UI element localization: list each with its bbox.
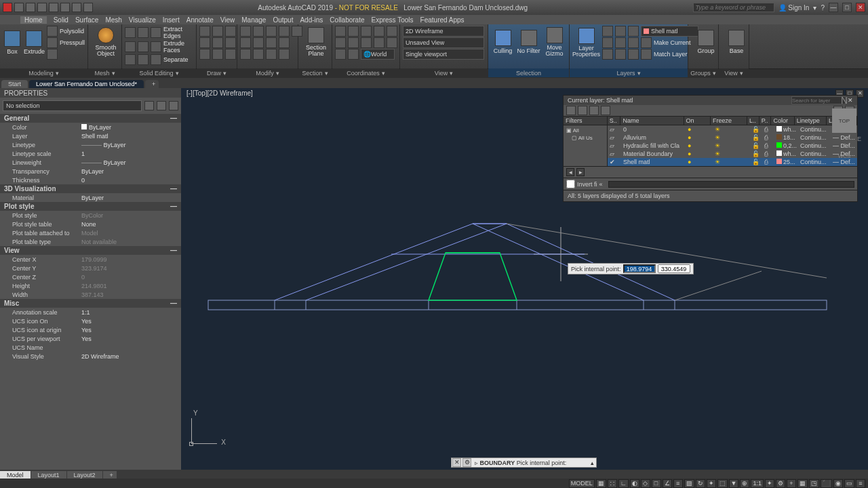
- layer-properties-button[interactable]: Layer Properties: [572, 26, 600, 59]
- dyn-ucs-icon[interactable]: ⬚: [717, 479, 728, 488]
- command-line[interactable]: ✕ ⚙ ▹ BOUNDARY Pick internal point: ▴: [451, 458, 597, 468]
- osnap-icon[interactable]: □: [652, 479, 661, 488]
- qat-save-icon[interactable]: [37, 3, 47, 12]
- snap-icon[interactable]: ⸬: [608, 479, 617, 488]
- polysolid-button[interactable]: Polysolid: [60, 28, 84, 35]
- hatch-icon[interactable]: [199, 49, 210, 60]
- set-current-icon[interactable]: [601, 106, 610, 115]
- exchange-icon[interactable]: ▾: [813, 4, 816, 12]
- i2-icon[interactable]: [138, 41, 149, 52]
- tab-surface[interactable]: Surface: [75, 16, 98, 24]
- select-objects-icon[interactable]: [169, 101, 178, 110]
- m3-icon[interactable]: [279, 37, 290, 48]
- l2-icon[interactable]: [615, 26, 626, 37]
- layout1-tab[interactable]: Layout1: [31, 471, 66, 479]
- quick-select-icon[interactable]: [144, 101, 154, 110]
- i4-icon[interactable]: [138, 54, 149, 65]
- match-layer-button[interactable]: Match Layer: [654, 51, 688, 58]
- cmdline-close-icon[interactable]: ✕: [452, 458, 461, 467]
- polysolid-icon[interactable]: [47, 26, 58, 37]
- world-select[interactable]: 🌐 World: [361, 49, 395, 60]
- new-layer-icon[interactable]: [566, 106, 576, 115]
- ortho-icon[interactable]: ∟: [618, 479, 629, 488]
- start-tab[interactable]: Start: [1, 80, 28, 88]
- c10-icon[interactable]: [387, 37, 397, 48]
- trim-icon[interactable]: [266, 26, 277, 37]
- i3-icon[interactable]: [125, 54, 136, 65]
- move-icon[interactable]: [240, 26, 251, 37]
- 3dosnap-icon[interactable]: ✦: [707, 479, 716, 488]
- c8-icon[interactable]: [361, 37, 372, 48]
- pick-add-icon[interactable]: [157, 101, 166, 110]
- tab-solid[interactable]: Solid: [54, 16, 68, 24]
- layout2-tab[interactable]: Layout2: [67, 471, 102, 479]
- section-3dvis[interactable]: 3D Visualization—: [0, 184, 181, 193]
- tab-home[interactable]: Home: [20, 16, 47, 24]
- extrude-faces-icon[interactable]: [151, 41, 161, 52]
- make-current-icon[interactable]: [641, 37, 652, 48]
- layer-list[interactable]: ▱0●☀🔓⎙wh...Continu...— Def...▱Alluvium●☀…: [608, 125, 857, 166]
- delete-layer-icon[interactable]: [589, 106, 599, 115]
- tab-collaborate[interactable]: Collaborate: [330, 16, 364, 24]
- active-doc-tab[interactable]: Lower San Fernando Dam Unclosed*: [29, 80, 144, 88]
- tab-mesh[interactable]: Mesh: [105, 16, 121, 24]
- section-plot[interactable]: Plot style—: [0, 202, 181, 211]
- c9-icon[interactable]: [374, 37, 384, 48]
- filter-icon[interactable]: ▼: [729, 479, 739, 488]
- presspull-icon[interactable]: [47, 37, 58, 48]
- tab-view[interactable]: View: [220, 16, 235, 24]
- tab-featured[interactable]: Featured Apps: [420, 16, 465, 24]
- new-tab-button[interactable]: +: [145, 80, 159, 88]
- close-button[interactable]: ✕: [856, 3, 865, 12]
- polar-icon[interactable]: ◐: [630, 479, 639, 488]
- stretch-icon[interactable]: [240, 49, 251, 60]
- extrude-button[interactable]: Extrude: [24, 26, 45, 59]
- visual-style-select[interactable]: 2D Wireframe: [403, 26, 484, 37]
- ellipse-icon[interactable]: [225, 37, 236, 48]
- c2-icon[interactable]: [348, 26, 359, 37]
- units-icon[interactable]: ▦: [797, 479, 808, 488]
- match-layer-icon[interactable]: [641, 49, 652, 60]
- l7-icon[interactable]: [602, 49, 613, 60]
- c11-icon[interactable]: [335, 49, 346, 60]
- m4-icon[interactable]: [279, 49, 290, 60]
- scale-icon[interactable]: [253, 49, 264, 60]
- lineweight-icon[interactable]: ≡: [673, 479, 683, 488]
- c1-icon[interactable]: [335, 26, 346, 37]
- l4-icon[interactable]: [602, 37, 613, 48]
- base-button[interactable]: Base: [722, 26, 751, 58]
- c12-icon[interactable]: [348, 49, 359, 60]
- qprops-icon[interactable]: ◳: [809, 479, 819, 488]
- customize-icon[interactable]: ≡: [856, 479, 865, 488]
- box-button[interactable]: Box: [3, 26, 22, 59]
- isodraft-icon[interactable]: ◇: [641, 479, 650, 488]
- help-search-input[interactable]: [693, 3, 774, 12]
- layer-row[interactable]: ▱Material Boundary●☀🔓⎙wh...Continu...— D…: [608, 150, 857, 158]
- layer-row[interactable]: ✔Shell matl●☀🔓⎙25...Continu...— Def...: [608, 158, 857, 166]
- qat-plot-icon[interactable]: [60, 3, 70, 12]
- cycling-icon[interactable]: ↻: [696, 479, 705, 488]
- presspull-button[interactable]: Presspull: [60, 39, 85, 46]
- revolve-icon[interactable]: [47, 49, 58, 60]
- y-coord-input[interactable]: [658, 264, 690, 273]
- l6-icon[interactable]: [628, 37, 639, 48]
- viewcube[interactable]: N TOP E S WCS: [827, 95, 861, 169]
- transparency-icon[interactable]: ▨: [684, 479, 694, 488]
- model-tab[interactable]: Model: [0, 471, 31, 479]
- array-icon[interactable]: [266, 49, 277, 60]
- viewport-select[interactable]: Single viewport: [403, 49, 484, 60]
- tab-visualize[interactable]: Visualize: [129, 16, 156, 24]
- section-general[interactable]: General—: [0, 114, 181, 123]
- circle-icon[interactable]: [225, 26, 236, 37]
- extract-edges-button[interactable]: Extract Edges: [163, 26, 193, 39]
- otrack-icon[interactable]: ∠: [663, 479, 672, 488]
- minimize-button[interactable]: —: [829, 3, 838, 12]
- c7-icon[interactable]: [348, 37, 359, 48]
- layer-row[interactable]: ▱Alluvium●☀🔓⎙18...Continu...— Def...: [608, 134, 857, 142]
- tab-express[interactable]: Express Tools: [372, 16, 414, 24]
- make-current-button[interactable]: Make Current: [654, 39, 691, 46]
- section-plane-button[interactable]: Section Plane: [301, 26, 331, 58]
- workspace-icon[interactable]: ⚙: [776, 479, 785, 488]
- subtract-icon[interactable]: [138, 27, 149, 38]
- smooth-object-button[interactable]: Smooth Object: [91, 26, 121, 58]
